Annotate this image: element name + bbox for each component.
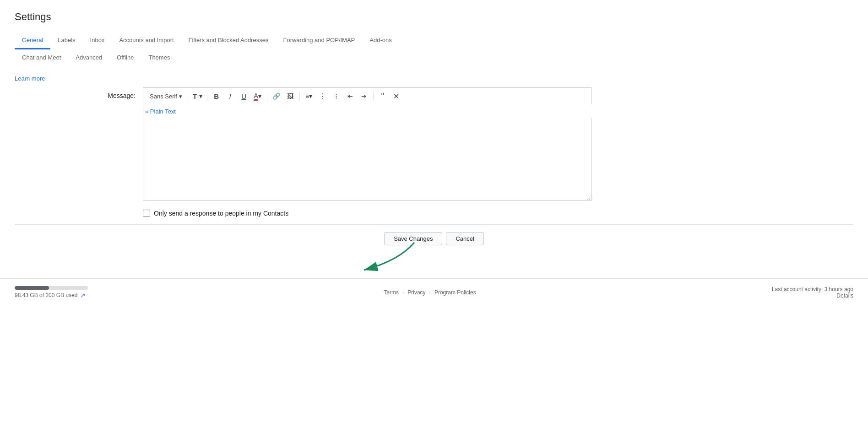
tab-labels[interactable]: Labels [50,32,82,49]
nav-tabs-row1: General Labels Inbox Accounts and Import… [15,32,853,49]
align-icon: ≡ [305,92,309,100]
bullet-list-icon: ⁝ [335,92,337,101]
bold-icon: B [214,92,219,100]
toolbar-sep-4 [299,92,300,101]
toolbar-sep-5 [373,92,374,101]
text-color-icon: A [254,92,258,101]
storage-bar-fill [15,286,49,290]
clear-formatting-icon: ✕ [393,92,399,101]
footer: 98.43 GB of 200 GB used ↗ Terms · Privac… [0,278,868,306]
toolbar-sep-2 [207,92,207,101]
editor-wrapper: Sans Serif ▾ T↕▾ B I [143,87,591,217]
privacy-link[interactable]: Privacy [407,289,425,296]
message-section: Message: Sans Serif ▾ T↕▾ [88,87,853,217]
page-title: Settings [15,11,853,23]
learn-more-link[interactable]: Learn more [15,75,45,82]
numbered-list-btn[interactable]: ⋮ [316,90,329,103]
plain-text-link[interactable]: « Plain Text [143,106,176,117]
main-content: Learn more Message: Sans Serif ▾ T↕▾ [0,67,868,260]
underline-btn[interactable]: U [238,90,250,103]
program-policies-link[interactable]: Program Policies [434,289,476,296]
tab-themes[interactable]: Themes [141,49,177,67]
link-btn[interactable]: 🔗 [270,90,283,103]
italic-btn[interactable]: I [224,90,237,103]
align-btn[interactable]: ≡▾ [303,90,315,103]
link-icon: 🔗 [272,92,280,100]
numbered-list-icon: ⋮ [319,92,326,101]
contacts-only-label: Only send a response to people in my Con… [154,210,288,217]
bold-btn[interactable]: B [210,90,223,103]
toolbar-sep-3 [267,92,267,101]
tab-filters-blocked[interactable]: Filters and Blocked Addresses [181,32,276,49]
tab-forwarding-pop-imap[interactable]: Forwarding and POP/IMAP [276,32,362,49]
quote-btn[interactable]: " [376,90,389,103]
message-textarea[interactable] [143,119,591,201]
message-label: Message: [88,87,143,99]
tab-add-ons[interactable]: Add-ons [362,32,399,49]
toolbar-sep-1 [188,92,188,101]
divider [15,224,853,225]
storage-text: 98.43 GB of 200 GB used ↗ [15,292,88,299]
footer-dot-2: · [429,289,431,296]
text-color-btn[interactable]: A▾ [251,90,264,103]
clear-formatting-btn[interactable]: ✕ [390,90,403,103]
settings-area: Learn more Message: Sans Serif ▾ T↕▾ [0,67,868,260]
underline-icon: U [241,92,246,100]
editor-toolbar: Sans Serif ▾ T↕▾ B I [143,87,591,104]
nav-tabs-row2: Chat and Meet Advanced Offline Themes [15,49,853,67]
tab-accounts-import[interactable]: Accounts and Import [112,32,181,49]
quote-icon: " [381,92,384,101]
font-size-icon: T [193,92,197,100]
tab-advanced[interactable]: Advanced [68,49,109,67]
save-changes-button[interactable]: Save Changes [384,232,442,245]
last-activity-text: Last account activity: 3 hours ago [772,286,853,292]
font-family-label: Sans Serif [150,93,177,100]
external-link-icon[interactable]: ↗ [80,292,86,299]
italic-icon: I [229,92,231,100]
tab-inbox[interactable]: Inbox [83,32,112,49]
tab-offline[interactable]: Offline [109,49,141,67]
footer-right: Last account activity: 3 hours ago Detai… [772,286,853,299]
cancel-button[interactable]: Cancel [446,232,483,245]
tab-general[interactable]: General [15,32,50,49]
footer-center: Terms · Privacy · Program Policies [384,289,476,296]
contacts-only-checkbox[interactable] [143,210,150,217]
footer-dot-1: · [402,289,404,296]
checkbox-row: Only send a response to people in my Con… [143,210,591,217]
details-link[interactable]: Details [836,292,853,299]
image-btn[interactable]: 🖼 [284,90,297,103]
page-header: Settings General Labels Inbox Accounts a… [0,0,868,67]
indent-more-icon: ⇥ [361,92,367,100]
indent-less-btn[interactable]: ⇤ [344,90,357,103]
storage-used-label: 98.43 GB of 200 GB used [15,292,77,298]
action-buttons: Save Changes Cancel [15,232,853,245]
storage-bar-container [15,286,88,290]
font-size-btn[interactable]: T↕▾ [191,90,204,103]
tab-chat-meet[interactable]: Chat and Meet [15,49,68,67]
indent-more-btn[interactable]: ⇥ [358,90,370,103]
bullet-list-btn[interactable]: ⁝ [330,90,343,103]
font-family-chevron: ▾ [179,93,182,100]
indent-less-icon: ⇤ [347,92,353,100]
terms-link[interactable]: Terms [384,289,399,296]
footer-left: 98.43 GB of 200 GB used ↗ [15,286,88,299]
image-icon: 🖼 [287,92,293,100]
font-family-dropdown[interactable]: Sans Serif ▾ [147,90,185,103]
